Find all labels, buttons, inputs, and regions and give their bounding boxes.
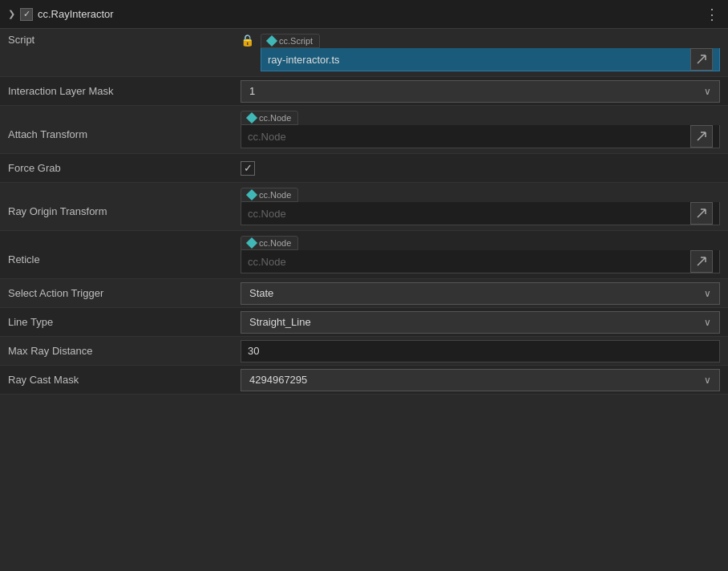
lock-icon: 🔒 <box>241 34 254 47</box>
attach-transform-input-row[interactable]: cc.Node <box>241 125 720 148</box>
ray-origin-transform-field: cc.Node cc.Node <box>241 188 720 225</box>
select-action-trigger-value: State ∨ <box>241 282 720 305</box>
attach-transform-cc-badge: cc.Node <box>241 111 298 125</box>
line-type-text: Straight_Line <box>249 316 311 328</box>
attach-transform-label: Attach Transform <box>8 111 241 140</box>
interaction-layer-mask-row: Interaction Layer Mask 1 ∨ <box>0 77 728 106</box>
ray-origin-transform-cc-badge: cc.Node <box>241 188 298 202</box>
interaction-layer-mask-text: 1 <box>249 85 255 97</box>
script-label: Script <box>8 34 241 46</box>
collapse-arrow-icon[interactable]: ❯ <box>8 9 15 19</box>
component-header: ❯ ✓ cc.RayInteractor ⋮ <box>0 0 728 29</box>
ray-origin-transform-label: Ray Origin Transform <box>8 188 241 217</box>
force-grab-row: Force Grab ✓ <box>0 154 728 183</box>
ray-origin-transform-value: cc.Node cc.Node <box>241 188 720 225</box>
select-arrow-icon <box>696 54 707 65</box>
component-title: cc.RayInteractor <box>38 8 114 20</box>
ray-cast-mask-label: Ray Cast Mask <box>8 374 241 386</box>
header-left: ❯ ✓ cc.RayInteractor <box>8 8 705 21</box>
interaction-layer-mask-dropdown[interactable]: 1 ∨ <box>241 80 720 103</box>
ray-origin-select-icon <box>696 208 707 219</box>
select-action-trigger-arrow-icon: ∨ <box>704 288 711 299</box>
ray-origin-transform-row: Ray Origin Transform cc.Node cc.Node <box>0 183 728 231</box>
line-type-value: Straight_Line ∨ <box>241 311 720 334</box>
script-select-button[interactable] <box>690 48 713 71</box>
script-cc-badge: cc.Script <box>261 34 320 48</box>
reticle-label: Reticle <box>8 236 241 265</box>
ray-cast-mask-row: Ray Cast Mask 4294967295 ∨ <box>0 366 728 395</box>
max-ray-distance-row: Max Ray Distance 30 <box>0 337 728 366</box>
script-row: Script 🔒 cc.Script ray-interactor.ts <box>0 29 728 77</box>
component-enabled-checkbox[interactable]: ✓ <box>20 8 33 21</box>
script-value: cc.Script ray-interactor.ts <box>261 34 720 71</box>
reticle-select-icon <box>696 256 707 267</box>
line-type-dropdown[interactable]: Straight_Line ∨ <box>241 311 720 334</box>
ray-origin-transform-select-button[interactable] <box>690 202 713 225</box>
reticle-value: cc.Node cc.Node <box>241 236 720 273</box>
ray-cast-mask-arrow-icon: ∨ <box>704 375 711 386</box>
interaction-layer-mask-label: Interaction Layer Mask <box>8 85 241 97</box>
reticle-row: Reticle cc.Node cc.Node <box>0 231 728 279</box>
ray-origin-transform-placeholder: cc.Node <box>248 208 687 220</box>
line-type-row: Line Type Straight_Line ∨ <box>0 308 728 337</box>
line-type-arrow-icon: ∨ <box>704 317 711 328</box>
max-ray-distance-value: 30 <box>241 340 720 362</box>
ray-cast-mask-value: 4294967295 ∨ <box>241 369 720 391</box>
force-grab-label: Force Grab <box>8 162 241 174</box>
select-action-trigger-dropdown[interactable]: State ∨ <box>241 282 720 305</box>
interaction-layer-mask-value: 1 ∨ <box>241 80 720 103</box>
select-action-trigger-text: State <box>249 287 273 299</box>
max-ray-distance-label: Max Ray Distance <box>8 345 241 357</box>
diamond-script-icon <box>266 35 277 47</box>
kebab-menu-icon[interactable]: ⋮ <box>705 6 720 23</box>
diamond-reticle-icon <box>246 237 257 249</box>
ray-origin-transform-input-row[interactable]: cc.Node <box>241 202 720 225</box>
script-filename: ray-interactor.ts <box>268 54 687 66</box>
ray-cast-mask-text: 4294967295 <box>249 374 307 386</box>
reticle-field: cc.Node cc.Node <box>241 236 720 273</box>
attach-transform-value: cc.Node cc.Node <box>241 111 720 148</box>
max-ray-distance-input[interactable]: 30 <box>241 340 720 362</box>
force-grab-checkbox[interactable]: ✓ <box>241 161 255 176</box>
script-input-row[interactable]: ray-interactor.ts <box>261 48 720 71</box>
diamond-attach-icon <box>246 112 257 124</box>
attach-transform-field: cc.Node cc.Node <box>241 111 720 148</box>
attach-transform-placeholder: cc.Node <box>248 131 687 143</box>
attach-transform-select-button[interactable] <box>690 125 713 148</box>
diamond-ray-origin-icon <box>246 189 257 200</box>
ray-cast-mask-dropdown[interactable]: 4294967295 ∨ <box>241 369 720 391</box>
select-action-trigger-row: Select Action Trigger State ∨ <box>0 279 728 308</box>
interaction-layer-mask-arrow-icon: ∨ <box>704 86 711 97</box>
attach-transform-select-icon <box>696 131 707 142</box>
attach-transform-row: Attach Transform cc.Node cc.Node <box>0 106 728 154</box>
reticle-cc-badge: cc.Node <box>241 236 298 250</box>
reticle-input-row[interactable]: cc.Node <box>241 250 720 273</box>
select-action-trigger-label: Select Action Trigger <box>8 287 241 299</box>
force-grab-value: ✓ <box>241 161 720 176</box>
reticle-select-button[interactable] <box>690 250 713 273</box>
script-field: cc.Script ray-interactor.ts <box>261 34 720 71</box>
line-type-label: Line Type <box>8 316 241 328</box>
reticle-placeholder: cc.Node <box>248 256 687 268</box>
